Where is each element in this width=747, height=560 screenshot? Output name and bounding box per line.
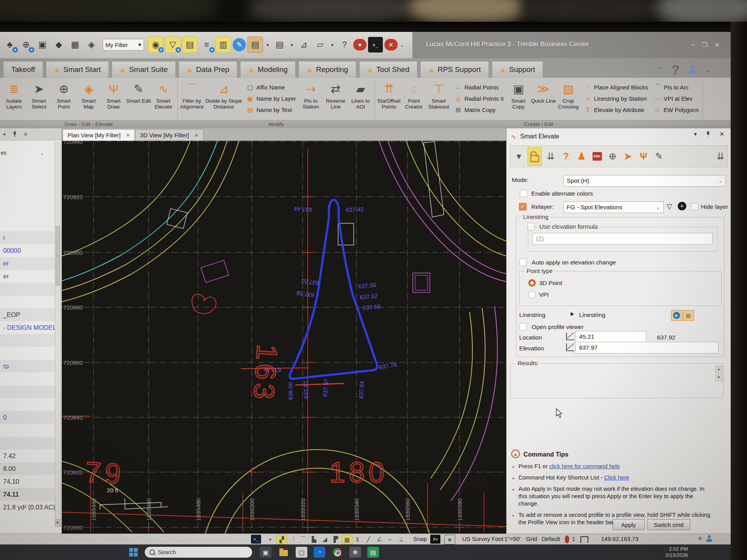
ribbon-button-smart-point[interactable]: ⊕Smart Point: [51, 79, 76, 121]
panel-caret-icon[interactable]: ▾: [694, 131, 697, 138]
ribbon-button-smart-copy[interactable]: ▣Smart Copy: [506, 79, 531, 121]
tab-support[interactable]: ▲Support: [492, 61, 543, 78]
ribbon-button-filter-by-alignment[interactable]: ⌒Filter by Alignment: [179, 79, 204, 121]
clipboard-icon[interactable]: ▤: [247, 37, 263, 53]
list-item[interactable]: rp: [0, 360, 61, 373]
ribbon-button-isolate-layers[interactable]: ≣Isolate Layers: [2, 79, 26, 121]
tab-data-prep[interactable]: ▲Data Prep: [179, 61, 237, 78]
node-snap-icon[interactable]: ⊥: [396, 535, 406, 544]
frame-select-icon[interactable]: ▣: [35, 37, 50, 52]
ribbon-button-ew-polygons[interactable]: ▱EW Polygons: [653, 104, 699, 116]
panel-close-icon[interactable]: ✕: [719, 131, 724, 138]
dock-pin-icon[interactable]: [14, 131, 16, 137]
corner-snap-icon[interactable]: ▛: [331, 535, 341, 544]
ribbon-button-affix-name[interactable]: ▢Affix Name: [245, 82, 296, 93]
account-icon[interactable]: [688, 66, 697, 74]
ribbon-button-smart-map[interactable]: ◈Smart Map: [76, 79, 101, 121]
list-icon[interactable]: ≡: [698, 535, 702, 542]
endpoint-snap-icon[interactable]: 〈: [287, 535, 297, 544]
dropdown-caret-icon[interactable]: ▾: [265, 37, 271, 52]
snap-label[interactable]: Snap: [413, 536, 427, 542]
arc-snap-icon[interactable]: ⌒: [298, 535, 308, 544]
user-icon[interactable]: [706, 535, 713, 542]
notepad-icon[interactable]: ▤: [367, 547, 379, 558]
query-line-icon[interactable]: ?: [337, 37, 352, 52]
measure-decimal-icon[interactable]: ⊿: [296, 37, 311, 52]
ribbon-button-vpi-at-elev[interactable]: —VPI at Elev: [653, 93, 699, 104]
tab-reporting[interactable]: ▲Reporting: [298, 61, 356, 78]
surface-snap-icon[interactable]: ▙: [309, 535, 319, 544]
dock-caret-icon[interactable]: ▾: [3, 131, 6, 137]
dock-close-icon[interactable]: ✕: [24, 131, 28, 137]
ribbon-button-elevate-by-attribute[interactable]: ↥Elevate by Attribute: [583, 104, 648, 116]
takeoff-tree-icon[interactable]: ♣★: [2, 37, 17, 52]
select-settings-icon[interactable]: ➤: [621, 147, 635, 165]
point-type-vpi-radio[interactable]: [528, 291, 536, 298]
taskbar-clock[interactable]: 2:02 PM 2/13/2026: [665, 546, 688, 558]
tab-rps-support[interactable]: ▲RPS Support: [420, 61, 489, 78]
taskbar-search[interactable]: Search: [145, 547, 252, 558]
profile-print-button[interactable]: ▤: [683, 310, 694, 321]
relayer-select[interactable]: FG - Spot Elevations⌄: [563, 201, 664, 213]
ribbon-button-reverse-line[interactable]: ⇄Reverse Line: [323, 79, 348, 121]
surface-icon[interactable]: ◈: [84, 37, 99, 52]
results-scroll-up-icon[interactable]: ▲: [715, 366, 722, 373]
list-item[interactable]: r: [0, 231, 61, 244]
slope-snap-icon[interactable]: ◢: [320, 535, 330, 544]
list-item[interactable]: [0, 373, 61, 385]
chrome-icon[interactable]: [331, 547, 343, 558]
edge-browser-icon[interactable]: ◔: [314, 547, 325, 558]
list-item[interactable]: [0, 283, 61, 296]
expand-steps-icon[interactable]: ⇊: [544, 147, 557, 165]
close-tab-icon[interactable]: ✕: [195, 133, 198, 138]
list-item[interactable]: [0, 437, 61, 450]
ruler-icon[interactable]: ▱: [313, 37, 328, 52]
location-input[interactable]: 45.21: [575, 331, 646, 343]
command-line-icon[interactable]: >_: [251, 535, 261, 544]
ribbon-button-lines-to-aoi[interactable]: ▰Lines to AOI: [348, 79, 373, 121]
image-icon[interactable]: ▦: [68, 37, 82, 52]
sidebar-scrollbar[interactable]: ≡: [55, 142, 61, 520]
record-icon[interactable]: ●: [353, 39, 366, 51]
ribbon-button-radial-points[interactable]: ∴Radial Points: [454, 82, 504, 93]
style-label[interactable]: Default: [542, 536, 560, 542]
dropdown-caret-icon[interactable]: ▾: [512, 147, 526, 165]
apply-button[interactable]: Apply: [613, 519, 645, 530]
ribbon-button-smart-draw[interactable]: ΨSmart Draw: [101, 79, 126, 121]
list-item[interactable]: er: [0, 270, 61, 283]
tab-takeoff[interactable]: Takeoff: [3, 61, 43, 78]
account-caret-icon[interactable]: ⌄: [705, 66, 710, 74]
tab-smart-suite[interactable]: ▲Smart Suite: [112, 61, 176, 78]
dropdown-caret-icon[interactable]: ▾: [329, 37, 335, 52]
xy-keyboard-icon[interactable]: X✕: [430, 535, 440, 544]
list-item[interactable]: [0, 398, 61, 411]
command-prompt-icon[interactable]: >_: [368, 37, 383, 52]
point-snap-icon[interactable]: ▞: [276, 535, 287, 544]
union-select-icon[interactable]: ◉★: [148, 37, 163, 53]
switch-cmd-button[interactable]: Switch cmd: [647, 519, 690, 530]
list-item[interactable]: [0, 385, 61, 398]
open-profile-viewer-checkbox[interactable]: [519, 323, 527, 331]
profile-view-button[interactable]: ▶: [671, 310, 682, 321]
scale-label[interactable]: 1"=50': [504, 536, 521, 542]
tab-plan-view[interactable]: Plan View [My Filter] ✕: [63, 129, 135, 141]
ribbon-button-pts-to-arc[interactable]: ⌒Pts to Arc: [653, 82, 699, 93]
layer-filter-icon[interactable]: ▽: [667, 202, 672, 211]
tip-link[interactable]: Click here: [604, 474, 629, 481]
add-layer-icon[interactable]: +: [678, 202, 686, 210]
tab-3d-view[interactable]: 3D View [My Filter] ✕: [135, 129, 203, 141]
ribbon-button-crop-crossing[interactable]: ▧Crop Crossing: [556, 79, 581, 121]
file-explorer-icon[interactable]: [278, 547, 289, 558]
cube-icon[interactable]: ◆: [51, 37, 66, 52]
line-snap-icon[interactable]: ╱: [363, 535, 374, 544]
sidebar-scroll-down-icon[interactable]: ▼: [55, 520, 61, 527]
sidebar-dropdown-icon[interactable]: ⌄: [40, 150, 44, 156]
results-scroll-down-icon[interactable]: ▼: [715, 374, 722, 381]
mode-select[interactable]: Spot (H)⌄: [563, 175, 726, 187]
list-item[interactable]: 00000: [0, 244, 61, 257]
app-window-icon[interactable]: ▢: [296, 547, 307, 558]
ribbon-button-smart-stakeout[interactable]: ⊤Smart Stakeout: [426, 79, 451, 121]
ortho-snap-icon[interactable]: ⌐: [385, 535, 395, 544]
tip-link[interactable]: click here for command help: [549, 463, 620, 469]
close-command-icon[interactable]: ✕: [384, 39, 398, 51]
